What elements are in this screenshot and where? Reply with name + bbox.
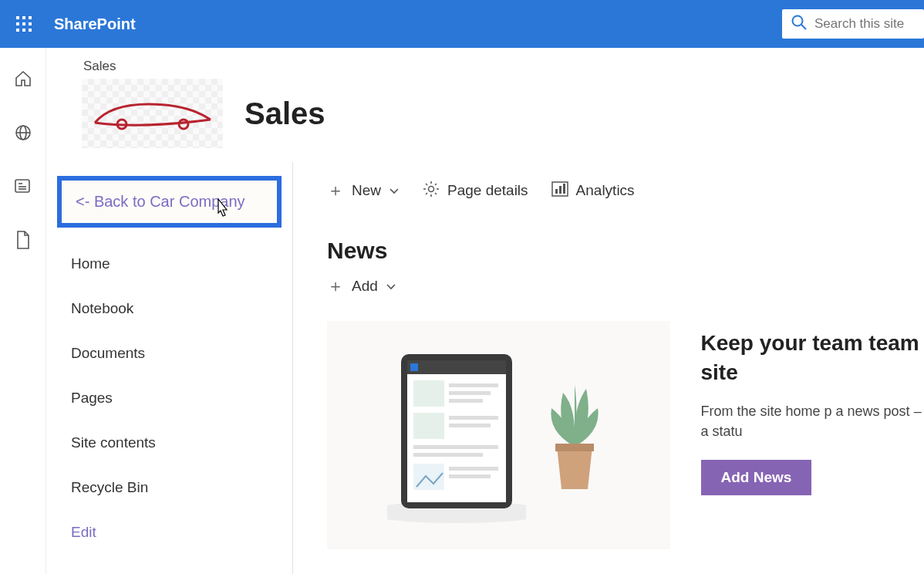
svg-rect-30 <box>555 189 558 194</box>
svg-rect-36 <box>407 360 506 374</box>
svg-line-28 <box>435 184 437 185</box>
svg-line-25 <box>426 184 427 185</box>
search-icon <box>791 15 807 33</box>
svg-rect-2 <box>29 16 32 19</box>
plus-icon: ＋ <box>327 275 344 298</box>
svg-rect-4 <box>22 22 25 25</box>
left-nav: <- Back to Car Company Home Notebook Doc… <box>46 162 293 574</box>
chevron-down-icon <box>386 278 396 295</box>
brand-label[interactable]: SharePoint <box>54 15 136 33</box>
cursor-pointer-icon <box>212 198 231 225</box>
svg-point-9 <box>793 16 803 26</box>
analytics-button[interactable]: Analytics <box>551 181 635 201</box>
car-logo-icon <box>87 90 218 137</box>
promo-body: From the site home p a news post – a sta… <box>701 401 925 441</box>
svg-rect-39 <box>449 383 498 387</box>
svg-rect-43 <box>449 416 498 420</box>
nav-pages[interactable]: Pages <box>57 376 282 420</box>
add-label: Add <box>352 278 378 295</box>
site-header: Sales Sales <box>46 48 924 162</box>
svg-rect-37 <box>410 363 418 371</box>
svg-line-27 <box>426 193 427 194</box>
search-input[interactable] <box>814 16 915 32</box>
svg-rect-6 <box>16 29 19 32</box>
nav-documents[interactable]: Documents <box>57 331 282 376</box>
svg-rect-32 <box>563 184 565 194</box>
promo-title: Keep your team team site <box>701 329 925 387</box>
news-section: News ＋ Add <box>327 238 924 549</box>
nav-site-contents[interactable]: Site contents <box>57 420 282 465</box>
news-icon <box>14 177 32 194</box>
vertical-rail <box>0 48 46 574</box>
globe-icon <box>14 123 32 142</box>
svg-line-26 <box>435 193 437 194</box>
waffle-icon <box>16 16 32 32</box>
rail-news-button[interactable] <box>14 177 32 198</box>
plant-illustration-icon <box>540 377 609 493</box>
svg-rect-40 <box>449 391 491 395</box>
nav-home[interactable]: Home <box>57 241 282 286</box>
analytics-label: Analytics <box>576 182 635 199</box>
svg-rect-42 <box>413 413 444 439</box>
search-box[interactable] <box>782 9 924 39</box>
svg-rect-0 <box>16 16 19 19</box>
svg-rect-1 <box>22 16 25 19</box>
svg-rect-31 <box>559 186 561 194</box>
svg-rect-14 <box>15 180 29 192</box>
svg-rect-7 <box>22 29 25 32</box>
rail-globe-button[interactable] <box>14 123 32 145</box>
news-placeholder-image <box>327 321 670 549</box>
top-bar: SharePoint <box>0 0 924 48</box>
news-promo: Keep your team team site From the site h… <box>701 321 925 549</box>
svg-rect-8 <box>29 29 32 32</box>
new-button[interactable]: ＋ New <box>327 179 400 202</box>
tablet-illustration-icon <box>387 346 526 524</box>
home-icon <box>14 69 32 88</box>
svg-rect-38 <box>413 380 444 407</box>
app-launcher-button[interactable] <box>0 0 48 48</box>
svg-point-19 <box>179 120 188 129</box>
svg-rect-44 <box>449 424 491 427</box>
svg-rect-3 <box>16 22 19 25</box>
svg-line-10 <box>801 25 806 29</box>
svg-rect-46 <box>413 453 483 457</box>
svg-rect-5 <box>29 22 32 25</box>
svg-rect-49 <box>449 474 491 478</box>
news-heading: News <box>327 238 924 264</box>
plus-icon: ＋ <box>327 179 344 202</box>
breadcrumb[interactable]: Sales <box>83 59 924 74</box>
page-details-label: Page details <box>447 182 528 199</box>
nav-recycle-bin[interactable]: Recycle Bin <box>57 465 282 510</box>
svg-point-20 <box>429 186 434 191</box>
chart-icon <box>551 181 568 201</box>
svg-rect-50 <box>555 444 594 451</box>
command-bar: ＋ New Page details <box>327 162 924 219</box>
nav-notebook[interactable]: Notebook <box>57 286 282 331</box>
new-label: New <box>352 182 381 199</box>
nav-edit-link[interactable]: Edit <box>57 510 282 555</box>
svg-rect-45 <box>413 445 498 449</box>
chevron-down-icon <box>389 182 400 199</box>
add-news-dropdown[interactable]: ＋ Add <box>327 275 924 298</box>
rail-home-button[interactable] <box>14 69 32 91</box>
page-details-button[interactable]: Page details <box>423 181 528 201</box>
svg-rect-48 <box>449 467 498 471</box>
file-icon <box>15 230 32 250</box>
site-logo[interactable] <box>82 79 223 148</box>
svg-rect-41 <box>449 399 483 403</box>
rail-file-button[interactable] <box>15 230 32 253</box>
back-to-parent-link[interactable]: <- Back to Car Company <box>57 176 282 228</box>
gear-icon <box>423 181 440 201</box>
add-news-button[interactable]: Add News <box>701 460 812 495</box>
page-title: Sales <box>244 96 325 131</box>
